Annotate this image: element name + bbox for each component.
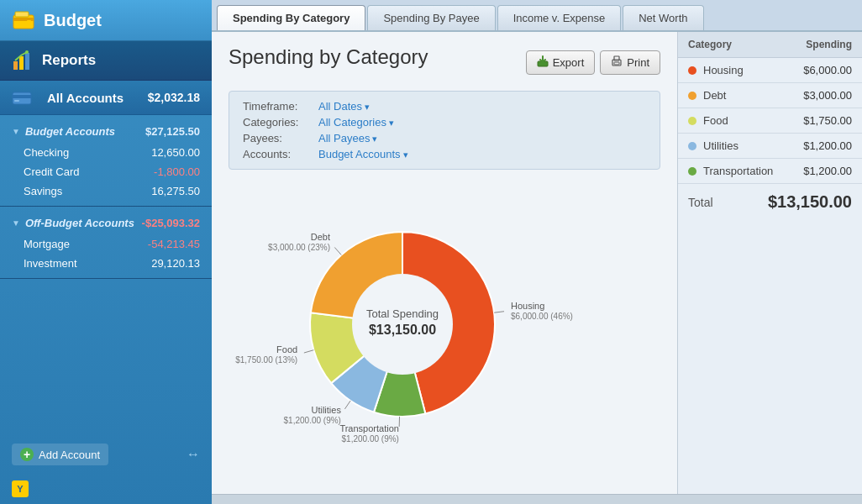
sidebar-all-accounts[interactable]: All Accounts $2,032.18 xyxy=(0,81,212,115)
account-mortgage[interactable]: Mortgage -54,213.45 xyxy=(0,234,212,254)
off-budget-triangle-icon: ▼ xyxy=(12,218,20,228)
account-savings[interactable]: Savings 16,275.50 xyxy=(0,181,212,201)
sidebar-budget[interactable]: Budget xyxy=(0,0,212,41)
payees-label: Payees: xyxy=(243,132,318,144)
report-title: Spending by Category xyxy=(229,45,428,69)
budget-label: Budget xyxy=(44,11,102,30)
budget-accounts-header[interactable]: ▼ Budget Accounts $27,125.50 xyxy=(0,120,212,143)
category-name: Utilities xyxy=(703,139,738,152)
sidebar-reports[interactable]: Reports xyxy=(0,41,212,81)
off-budget-accounts-section: ▼ Off-Budget Accounts -$25,093.32 Mortga… xyxy=(0,207,212,279)
tab-income-v-expense[interactable]: Income v. Expense xyxy=(497,5,622,30)
content-area: Spending by Category Export xyxy=(212,32,862,494)
tab-spending-by-payee[interactable]: Spending By Payee xyxy=(367,5,495,30)
account-checking-name: Checking xyxy=(24,146,69,159)
category-amount: $6,000.00 xyxy=(803,64,852,76)
filter-box: Timeframe: All Dates Categories: All Cat… xyxy=(229,91,660,170)
category-rows: Housing $6,000.00 Debt $3,000.00 Food $1… xyxy=(678,58,862,184)
account-mortgage-amount: -54,213.45 xyxy=(148,238,200,250)
print-icon xyxy=(611,55,623,70)
category-total: Total $13,150.00 xyxy=(678,184,862,220)
arrows-icon[interactable]: ↔ xyxy=(187,447,200,462)
tab-bar: Spending By Category Spending By Payee I… xyxy=(212,0,862,32)
svg-rect-4 xyxy=(13,61,18,70)
reports-icon xyxy=(12,50,34,71)
main-content: Spending By Category Spending By Payee I… xyxy=(212,0,862,504)
account-mortgage-name: Mortgage xyxy=(24,238,70,250)
categories-dropdown[interactable]: All Categories xyxy=(318,116,394,129)
export-button[interactable]: Export xyxy=(526,50,596,75)
all-accounts-icon xyxy=(12,87,32,108)
category-amount: $1,200.00 xyxy=(803,139,852,152)
timeframe-dropdown[interactable]: All Dates xyxy=(318,100,370,113)
account-credit-card-name: Credit Card xyxy=(24,165,79,178)
category-dot xyxy=(688,167,696,176)
filter-timeframe: Timeframe: All Dates xyxy=(243,100,646,113)
category-header-label: Category xyxy=(688,39,732,50)
account-checking-amount: 12,650.00 xyxy=(151,146,200,159)
budget-accounts-amount: $27,125.50 xyxy=(145,125,200,138)
svg-point-7 xyxy=(25,50,29,54)
category-amount: $3,000.00 xyxy=(803,89,852,102)
print-label: Print xyxy=(627,56,649,69)
category-dot xyxy=(688,92,696,100)
add-account-button[interactable]: + Add Account xyxy=(12,444,108,465)
filter-categories: Categories: All Categories xyxy=(243,116,646,129)
svg-rect-9 xyxy=(13,95,31,98)
add-account-label: Add Account xyxy=(39,449,100,461)
account-investment-name: Investment xyxy=(24,257,77,270)
ynab-logo[interactable]: Y xyxy=(12,480,29,497)
category-name: Debt xyxy=(703,89,726,102)
category-header-spending: Spending xyxy=(806,39,852,50)
category-row: Debt $3,000.00 xyxy=(678,83,862,108)
plus-icon: + xyxy=(20,448,34,461)
account-credit-card[interactable]: Credit Card -1,800.00 xyxy=(0,162,212,181)
category-name: Food xyxy=(703,114,728,127)
accounts-dropdown[interactable]: Budget Accounts xyxy=(318,148,408,160)
category-row: Food $1,750.00 xyxy=(678,108,862,134)
payees-dropdown[interactable]: All Payees xyxy=(318,132,377,144)
filter-payees: Payees: All Payees xyxy=(243,132,646,144)
category-amount: $1,750.00 xyxy=(803,114,852,127)
sidebar-bottom: Y xyxy=(0,474,212,504)
category-dot xyxy=(688,117,696,125)
svg-rect-2 xyxy=(27,20,31,23)
off-budget-accounts-title: Off-Budget Accounts xyxy=(25,217,134,229)
category-dot xyxy=(688,66,696,75)
all-accounts-label: All Accounts xyxy=(47,91,124,105)
total-amount: $13,150.00 xyxy=(768,192,852,212)
sidebar-footer: + Add Account ↔ xyxy=(0,435,212,474)
category-panel-header: Category Spending xyxy=(678,32,862,58)
category-dot xyxy=(688,142,696,150)
svg-rect-10 xyxy=(14,100,19,102)
budget-icon xyxy=(12,8,35,32)
category-name: Transportation xyxy=(703,165,773,177)
categories-label: Categories: xyxy=(243,116,318,129)
export-label: Export xyxy=(553,56,585,69)
account-investment[interactable]: Investment 29,120.13 xyxy=(0,254,212,273)
account-investment-amount: 29,120.13 xyxy=(151,257,200,270)
print-button[interactable]: Print xyxy=(600,50,660,75)
category-row: Transportation $1,200.00 xyxy=(678,159,862,184)
donut-canvas xyxy=(234,198,654,450)
tab-spending-by-category[interactable]: Spending By Category xyxy=(217,5,365,30)
tab-net-worth[interactable]: Net Worth xyxy=(623,5,703,30)
account-checking[interactable]: Checking 12,650.00 xyxy=(0,143,212,162)
svg-rect-5 xyxy=(19,56,24,70)
timeframe-label: Timeframe: xyxy=(243,100,318,113)
category-row: Housing $6,000.00 xyxy=(678,58,862,83)
budget-triangle-icon: ▼ xyxy=(12,127,20,136)
scrollbar[interactable] xyxy=(212,494,862,504)
account-savings-name: Savings xyxy=(24,185,62,197)
off-budget-accounts-header[interactable]: ▼ Off-Budget Accounts -$25,093.32 xyxy=(0,212,212,234)
all-accounts-amount: $2,032.18 xyxy=(148,91,200,104)
filter-accounts: Accounts: Budget Accounts xyxy=(243,148,646,160)
accounts-label: Accounts: xyxy=(243,148,318,160)
export-icon xyxy=(537,55,549,70)
account-savings-amount: 16,275.50 xyxy=(151,185,200,197)
category-row: Utilities $1,200.00 xyxy=(678,134,862,159)
category-panel: Category Spending Housing $6,000.00 Debt… xyxy=(677,32,862,494)
report-panel: Spending by Category Export xyxy=(212,32,677,494)
sidebar: Budget Reports xyxy=(0,0,212,504)
category-amount: $1,200.00 xyxy=(803,165,852,177)
